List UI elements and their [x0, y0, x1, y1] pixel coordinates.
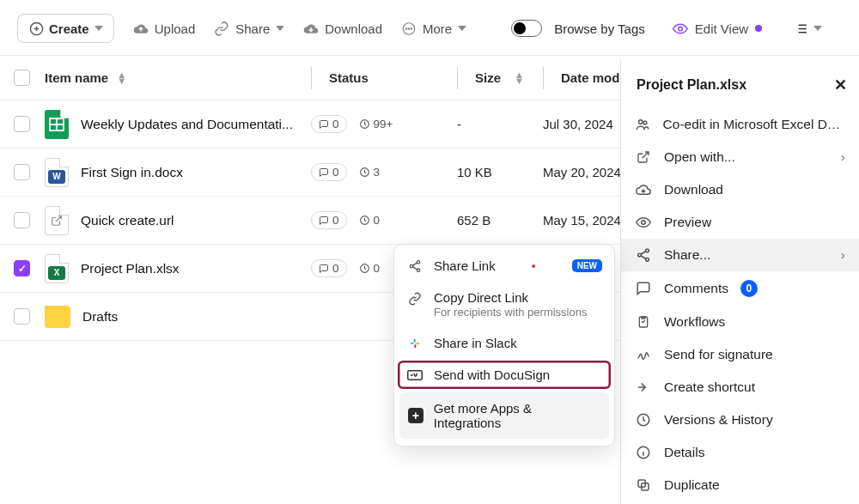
- file-name: First Sign in.docx: [81, 165, 183, 180]
- submenu-share-link[interactable]: Share Link • NEW: [394, 250, 614, 282]
- comment-chip[interactable]: 0: [311, 115, 347, 133]
- eye-icon: [673, 21, 688, 36]
- create-label: Create: [49, 21, 89, 36]
- panel-item-duplicate[interactable]: Duplicate: [621, 469, 859, 501]
- comment-icon: [635, 281, 652, 296]
- svg-rect-29: [414, 344, 416, 348]
- link-icon: [406, 292, 423, 306]
- external-link-icon: [635, 150, 652, 164]
- chevron-down-icon: [94, 26, 103, 31]
- chevron-down-icon: [458, 26, 466, 31]
- url-file-icon: [45, 206, 69, 235]
- docusign-icon: [406, 369, 423, 381]
- file-size: 10 KB: [457, 165, 543, 179]
- share-submenu: Share Link • NEW Copy Direct Link For re…: [393, 244, 615, 446]
- share-icon: [635, 247, 652, 263]
- svg-rect-26: [411, 342, 414, 343]
- file-name: Quick create.url: [81, 213, 174, 228]
- panel-title: Project Plan.xlsx: [637, 77, 746, 93]
- download-button[interactable]: Download: [303, 21, 382, 36]
- panel-item-share[interactable]: Share... ›: [621, 239, 859, 271]
- svg-point-4: [411, 27, 412, 29]
- view-mode-button[interactable]: [793, 21, 822, 36]
- submenu-send-docusign[interactable]: Send with DocuSign: [398, 361, 611, 389]
- select-all-checkbox[interactable]: [14, 70, 30, 86]
- version-chip[interactable]: 0: [359, 260, 381, 276]
- panel-item-coedit[interactable]: Co-edit in Microsoft Excel Desk...: [621, 108, 859, 141]
- file-size: -: [457, 117, 543, 131]
- toggle-track: [511, 20, 542, 37]
- edit-view-button[interactable]: Edit View: [673, 21, 762, 36]
- chevron-down-icon: [276, 26, 284, 31]
- panel-item-preview[interactable]: Preview: [621, 206, 859, 239]
- info-icon: [635, 445, 652, 460]
- browse-by-tags-toggle[interactable]: Browse by Tags: [511, 20, 645, 37]
- upload-button[interactable]: Upload: [133, 21, 196, 36]
- comment-chip[interactable]: 0: [311, 211, 347, 229]
- context-panel: Project Plan.xlsx ✕ Co-edit in Microsoft…: [620, 60, 859, 504]
- new-indicator-dot: •: [532, 259, 536, 273]
- submenu-copy-direct-link[interactable]: Copy Direct Link For recipients with per…: [394, 282, 614, 327]
- panel-item-workflows[interactable]: Workflows: [621, 306, 859, 338]
- submenu-get-more-apps[interactable]: + Get more Apps & Integrations: [399, 392, 609, 439]
- svg-point-12: [639, 120, 643, 124]
- version-chip[interactable]: 0: [359, 212, 381, 228]
- list-icon: [793, 21, 808, 36]
- slack-icon: [406, 337, 423, 350]
- cloud-download-icon: [635, 182, 652, 197]
- cloud-download-icon: [303, 21, 319, 36]
- signature-icon: [635, 347, 652, 362]
- svg-rect-28: [416, 343, 419, 344]
- panel-item-versions[interactable]: Versions & History: [621, 404, 859, 436]
- row-checkbox[interactable]: [14, 212, 30, 228]
- column-item-name[interactable]: Item name ▲▼: [45, 70, 311, 85]
- chevron-down-icon: [813, 26, 822, 31]
- more-horizontal-icon: [401, 21, 417, 36]
- share-button[interactable]: Share: [214, 21, 284, 36]
- svg-point-2: [405, 27, 407, 29]
- people-icon: [635, 117, 651, 132]
- toolbar: Create Upload Share Download More Browse…: [0, 0, 859, 56]
- close-icon[interactable]: ✕: [834, 76, 847, 94]
- create-button[interactable]: Create: [17, 14, 114, 43]
- shortcut-icon: [635, 380, 652, 395]
- cloud-upload-icon: [133, 21, 149, 36]
- row-checkbox[interactable]: [14, 308, 30, 325]
- more-button[interactable]: More: [401, 21, 466, 36]
- submenu-share-slack[interactable]: Share in Slack: [394, 327, 614, 359]
- panel-item-comments[interactable]: Comments 0: [621, 271, 859, 306]
- version-chip[interactable]: 99+: [359, 116, 393, 132]
- clock-icon: [635, 412, 652, 428]
- column-size[interactable]: Size ▲▼: [457, 67, 543, 89]
- copy-icon: [635, 477, 652, 493]
- panel-item-open-with[interactable]: Open with... ›: [621, 141, 859, 173]
- word-doc-icon: W: [45, 158, 69, 187]
- link-icon: [214, 21, 229, 36]
- plus-square-icon: +: [408, 408, 423, 423]
- folder-icon: [45, 306, 70, 328]
- file-name: Drafts: [82, 309, 118, 325]
- share-icon: [406, 259, 423, 273]
- comment-chip[interactable]: 0: [311, 163, 347, 181]
- svg-point-13: [643, 121, 647, 124]
- panel-item-download[interactable]: Download: [621, 173, 859, 206]
- comment-count-badge: 0: [740, 280, 758, 297]
- file-name: Weekly Updates and Documentati...: [81, 117, 293, 132]
- comment-chip[interactable]: 0: [311, 259, 347, 277]
- row-checkbox[interactable]: [14, 116, 30, 132]
- row-checkbox[interactable]: [14, 164, 30, 180]
- unsaved-dot-icon: [755, 25, 762, 32]
- chevron-right-icon: ›: [841, 149, 845, 165]
- panel-item-shortcut[interactable]: Create shortcut: [621, 371, 859, 404]
- svg-point-5: [679, 27, 683, 31]
- panel-item-signature[interactable]: Send for signature: [621, 338, 859, 371]
- file-size: 652 B: [457, 213, 543, 228]
- panel-item-details[interactable]: Details: [621, 436, 859, 469]
- clipboard-icon: [635, 314, 652, 330]
- version-chip[interactable]: 3: [359, 164, 381, 180]
- svg-rect-27: [414, 338, 416, 342]
- chevron-right-icon: ›: [841, 247, 845, 263]
- column-status[interactable]: Status: [311, 67, 457, 89]
- row-checkbox[interactable]: ✓: [14, 260, 30, 276]
- eye-icon: [635, 215, 652, 230]
